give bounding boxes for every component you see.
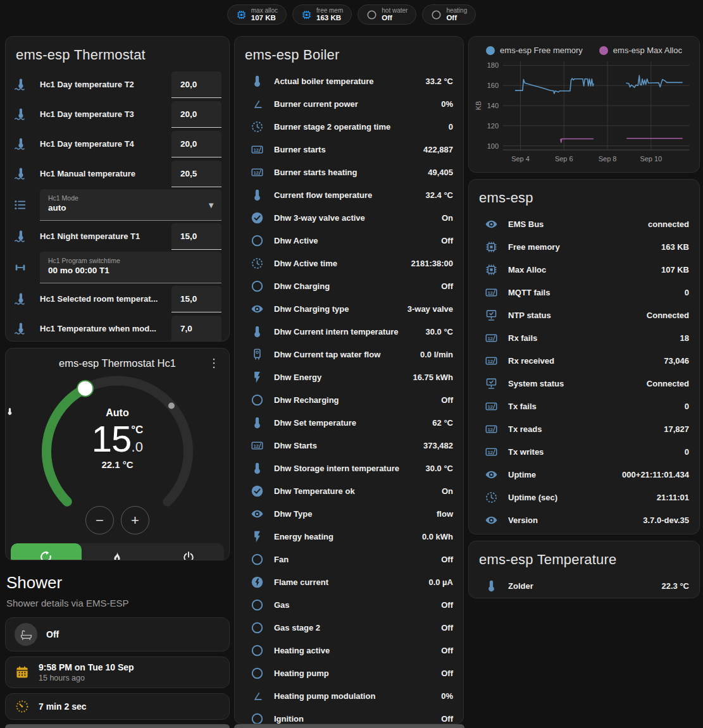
entity-row[interactable]: Dhw Current intern temperature 30.0 °C <box>235 320 463 343</box>
eye-icon <box>485 514 498 527</box>
shower-item[interactable]: 9:58 PM on Tue 10 Sep 15 hours ago <box>5 657 230 688</box>
status-chip[interactable]: free mem 163 KB <box>292 4 352 25</box>
entity-row[interactable]: Dhw Active Off <box>235 229 463 252</box>
chip-value: 107 KB <box>251 14 278 22</box>
entity-row[interactable]: Dhw Charging type 3-way valve <box>235 297 463 320</box>
number-input[interactable]: 20,5 <box>171 161 221 187</box>
entity-row[interactable]: Burner stage 2 operating time 0 <box>235 115 463 138</box>
entity-row[interactable]: Tx fails 0 <box>469 395 699 417</box>
entity-label: Dhw Starts <box>274 441 418 450</box>
entity-value: Off <box>441 623 453 632</box>
hvac-mode-button-auto-mode[interactable] <box>11 543 82 560</box>
entity-row[interactable]: Dhw Type flow <box>235 502 463 525</box>
thermometer-icon <box>251 462 264 475</box>
entity-row[interactable]: Uptime 000+21:11:01.434 <box>469 463 699 486</box>
entity-row[interactable]: Dhw 3-way valve active On <box>235 206 463 229</box>
status-chip[interactable]: heating Off <box>422 4 476 25</box>
entity-label: Gas <box>274 600 436 610</box>
shower-item[interactable]: Off <box>5 617 230 651</box>
shower-item[interactable]: 7 min 2 sec <box>5 693 230 720</box>
circle-icon <box>251 644 264 657</box>
thermostat-card-rows: Hc1 Day temperature T2 20,0 Hc1 Day temp… <box>6 70 229 342</box>
entity-row[interactable]: Ignition Off <box>235 707 463 724</box>
entity-row[interactable]: Gas stage 2 Off <box>235 616 463 639</box>
entity-row[interactable]: Dhw Recharging Off <box>235 388 463 411</box>
number-input[interactable]: 7,0 <box>171 316 221 342</box>
status-chip[interactable]: max alloc 107 KB <box>227 4 287 25</box>
entity-row[interactable]: Burner starts 422,887 <box>235 138 463 161</box>
entity-row[interactable]: Rx fails 18 <box>469 326 699 349</box>
entity-row[interactable]: Version 3.7.0-dev.35 <box>469 509 699 531</box>
entity-row[interactable]: Zolder 22.3 °C <box>469 574 699 597</box>
shower-subtitle: Shower details via EMS-ESP <box>6 598 228 608</box>
entity-row[interactable]: NTP status Connected <box>469 304 699 326</box>
number-input[interactable]: 20,0 <box>171 101 221 128</box>
entity-label: Dhw Type <box>274 509 432 519</box>
entity-row[interactable]: Heating pump modulation 0% <box>235 684 463 707</box>
entity-label: Hc1 Selected room temperat... <box>40 294 171 304</box>
thermostat-dial-arc[interactable] <box>6 371 229 522</box>
temp-increase-button[interactable]: + <box>121 506 149 534</box>
entity-row[interactable]: Dhw Temperature ok On <box>235 479 463 502</box>
number-input[interactable]: 15,0 <box>171 223 221 250</box>
thermostat-card: ems-esp Thermostat Hc1 Day temperature T… <box>5 36 230 342</box>
entity-row[interactable]: Dhw Charging Off <box>235 275 463 297</box>
entity-row[interactable]: Current flow temperature 32.4 °C <box>235 183 463 206</box>
shower-section-header: Shower Shower details via EMS-ESP <box>6 573 228 608</box>
ems-esp-card: ems-esp EMS Bus connected Free memory 16… <box>468 179 700 534</box>
entity-row[interactable]: Free memory 163 KB <box>469 235 699 258</box>
entity-value: 32.4 °C <box>425 190 453 200</box>
entity-row[interactable]: Tx writes 0 <box>469 440 699 463</box>
entity-label: Uptime <box>508 470 617 479</box>
entity-label: Tx fails <box>508 402 680 411</box>
entity-row[interactable]: Burner starts heating 49,405 <box>235 161 463 183</box>
entity-label: Tx reads <box>508 424 659 434</box>
legend-item[interactable]: ems-esp Max Alloc <box>599 46 682 55</box>
entity-row[interactable]: Burner current power 0% <box>235 92 463 115</box>
entity-row: Hc1 Program switchtime 00 mo 00:00 T1 <box>6 251 229 284</box>
entity-row[interactable]: Uptime (sec) 21:11:01 <box>469 486 699 509</box>
text-input[interactable]: Hc1 Program switchtime 00 mo 00:00 T1 <box>40 252 221 283</box>
counter-icon <box>251 439 264 452</box>
thermometer-icon <box>251 416 264 429</box>
svg-text:120: 120 <box>487 122 499 130</box>
entity-row[interactable]: Gas Off <box>235 593 463 616</box>
entity-row[interactable]: Heating active Off <box>235 639 463 662</box>
entity-row[interactable]: Flame current 0.0 µA <box>235 571 463 593</box>
entity-row[interactable]: Actual boiler temperature 33.2 °C <box>235 70 463 92</box>
entity-row[interactable]: Max Alloc 107 KB <box>469 258 699 281</box>
status-chip[interactable]: hot water Off <box>358 4 416 25</box>
entity-row[interactable]: Fan Off <box>235 548 463 571</box>
hvac-mode-button-fire[interactable] <box>82 543 152 560</box>
more-options-icon[interactable]: ⋮ <box>206 356 221 370</box>
entity-value: Off <box>441 236 453 245</box>
number-input[interactable]: 20,0 <box>171 71 221 98</box>
number-input[interactable]: 15,0 <box>171 286 221 312</box>
entity-row[interactable]: Energy heating 0.0 kWh <box>235 525 463 548</box>
entity-row[interactable]: Heating pump Off <box>235 662 463 684</box>
chip-label: heating <box>446 7 467 14</box>
entity-value: 0 <box>685 447 689 457</box>
entity-row[interactable]: MQTT fails 0 <box>469 281 699 304</box>
svg-text:Sep 10: Sep 10 <box>640 155 662 163</box>
entity-row[interactable]: Dhw Energy 16.75 kWh <box>235 366 463 388</box>
legend-dot <box>486 46 495 55</box>
entity-row[interactable]: System status Connected <box>469 372 699 395</box>
entity-row[interactable]: EMS Bus connected <box>469 213 699 235</box>
entity-row[interactable]: Dhw Starts 373,482 <box>235 434 463 457</box>
entity-row[interactable]: Dhw Storage intern temperature 30.0 °C <box>235 457 463 479</box>
hvac-mode-button-power[interactable] <box>153 543 224 560</box>
entity-row[interactable]: Tx reads 17,827 <box>469 417 699 440</box>
number-input[interactable]: 20,0 <box>171 131 221 157</box>
dial-knob[interactable] <box>77 381 93 397</box>
entity-value: Off <box>441 555 453 564</box>
mode-select[interactable]: Hc1 Mode auto▼ <box>40 189 221 221</box>
entity-row[interactable]: Rx received 73,046 <box>469 349 699 372</box>
entity-row[interactable]: Dhw Current tap water flow 0.0 l/min <box>235 343 463 366</box>
entity-row[interactable]: Dhw Set temperature 62 °C <box>235 411 463 434</box>
chart-legend: ems-esp Free memory ems-esp Max Alloc <box>469 37 699 55</box>
entity-label: Dhw Set temperature <box>274 418 427 428</box>
entity-row[interactable]: Dhw Active time 2181:38:00 <box>235 252 463 275</box>
legend-item[interactable]: ems-esp Free memory <box>486 46 583 55</box>
temp-decrease-button[interactable]: − <box>85 506 114 534</box>
